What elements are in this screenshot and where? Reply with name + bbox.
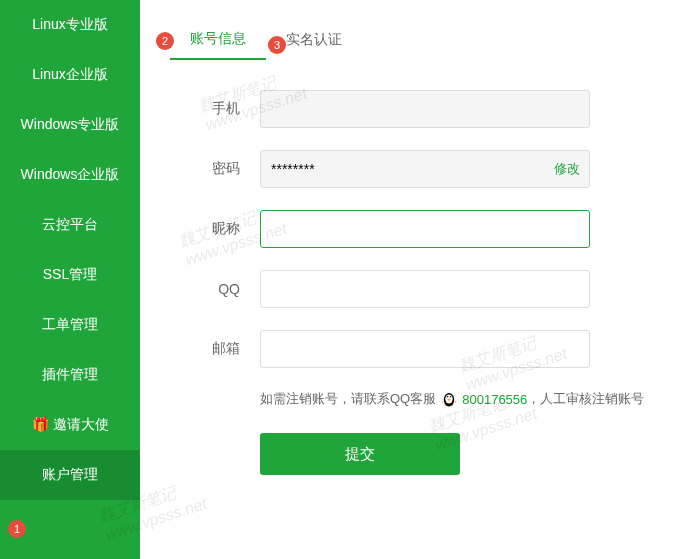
form-row-phone: 手机 bbox=[170, 90, 657, 128]
qq-penguin-icon bbox=[440, 390, 458, 408]
sidebar-item-linux-ent[interactable]: Linux企业版 bbox=[0, 50, 140, 100]
form-row-nickname: 昵称 bbox=[170, 210, 657, 248]
sidebar-item-ticket[interactable]: 工单管理 bbox=[0, 300, 140, 350]
svg-point-4 bbox=[448, 399, 451, 401]
email-input[interactable] bbox=[260, 330, 590, 368]
form-row-password: 密码 修改 bbox=[170, 150, 657, 188]
submit-button[interactable]: 提交 bbox=[260, 433, 460, 475]
gift-icon: 🎁 bbox=[32, 416, 49, 432]
svg-point-3 bbox=[450, 396, 452, 398]
sidebar-item-ssl[interactable]: SSL管理 bbox=[0, 250, 140, 300]
sidebar: Linux专业版 Linux企业版 Windows专业版 Windows企业版 … bbox=[0, 0, 140, 559]
password-input[interactable] bbox=[260, 150, 590, 188]
sidebar-item-linux-pro[interactable]: Linux专业版 bbox=[0, 0, 140, 50]
tabs: 账号信息 实名认证 bbox=[170, 20, 657, 60]
sidebar-item-windows-pro[interactable]: Windows专业版 bbox=[0, 100, 140, 150]
sidebar-item-windows-ent[interactable]: Windows企业版 bbox=[0, 150, 140, 200]
phone-input[interactable] bbox=[260, 90, 590, 128]
nickname-input[interactable] bbox=[260, 210, 590, 248]
password-label: 密码 bbox=[170, 160, 240, 178]
tab-account-info[interactable]: 账号信息 bbox=[170, 20, 266, 60]
form-row-email: 邮箱 bbox=[170, 330, 657, 368]
sidebar-item-cloud[interactable]: 云控平台 bbox=[0, 200, 140, 250]
qq-number: 800176556 bbox=[462, 392, 527, 407]
tab-real-name[interactable]: 实名认证 bbox=[266, 21, 362, 59]
note-suffix: ，人工审核注销账号 bbox=[527, 390, 644, 408]
note-prefix: 如需注销账号，请联系QQ客服 bbox=[260, 390, 436, 408]
form-row-qq: QQ bbox=[170, 270, 657, 308]
sidebar-item-account[interactable]: 账户管理 bbox=[0, 450, 140, 500]
badge-annotation-1: 1 bbox=[8, 520, 26, 538]
email-label: 邮箱 bbox=[170, 340, 240, 358]
note-row: 如需注销账号，请联系QQ客服 800176556 ，人工审核注销账号 bbox=[260, 390, 657, 408]
main-content: 账号信息 实名认证 手机 密码 修改 昵称 QQ 邮箱 如需注销账号，请联系QQ… bbox=[140, 0, 687, 495]
nickname-label: 昵称 bbox=[170, 220, 240, 238]
sidebar-item-plugin[interactable]: 插件管理 bbox=[0, 350, 140, 400]
sidebar-item-label: 邀请大使 bbox=[53, 416, 109, 432]
sidebar-item-invite[interactable]: 🎁邀请大使 bbox=[0, 400, 140, 450]
qq-label: QQ bbox=[170, 281, 240, 297]
svg-point-2 bbox=[447, 396, 449, 398]
qq-input[interactable] bbox=[260, 270, 590, 308]
phone-label: 手机 bbox=[170, 100, 240, 118]
modify-password-link[interactable]: 修改 bbox=[554, 160, 580, 178]
